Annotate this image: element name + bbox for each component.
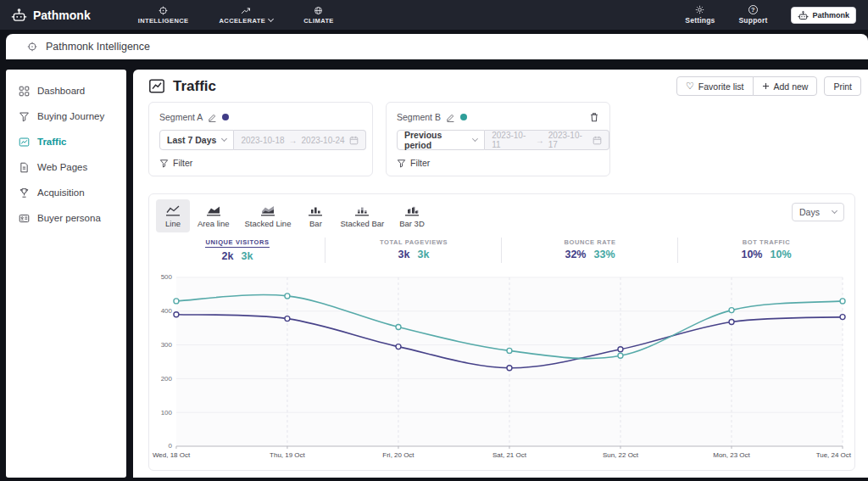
print-button[interactable]: Print	[824, 76, 861, 96]
grid-icon	[19, 86, 30, 97]
chart-area: 0100200300400500Wed, 18 OctThu, 19 OctFr…	[151, 269, 853, 468]
segment-a-period-value: Last 7 Days	[167, 135, 216, 145]
svg-text:Sun, 22 Oct: Sun, 22 Oct	[603, 451, 639, 459]
segment-a-color-dot	[222, 114, 229, 120]
granularity-select[interactable]: Days	[792, 203, 844, 221]
line-chart-icon	[19, 137, 30, 148]
segment-a-filter-button[interactable]: Filter	[159, 158, 192, 168]
metric-value-a: 3k	[398, 249, 410, 260]
sidebar-item-buyer-persona[interactable]: Buyer persona	[6, 205, 126, 231]
nav-item-accelerate[interactable]: ACCELERATE	[220, 6, 274, 25]
page-title: Traffic	[148, 78, 216, 95]
svg-text:400: 400	[161, 307, 173, 315]
metric-value-b: 3k	[242, 250, 253, 262]
main-panel: Traffic ♡ Favorite list Add new Print Se…	[133, 70, 868, 478]
tab-area-line[interactable]: Area line	[190, 199, 237, 232]
segment-a-period-select[interactable]: Last 7 Days	[159, 130, 234, 150]
svg-text:Sat, 21 Oct: Sat, 21 Oct	[492, 451, 527, 459]
metric-value-a: 10%	[741, 249, 762, 260]
granularity-value: Days	[799, 207, 820, 217]
funnel-icon	[159, 159, 169, 168]
tab-stacked-bar[interactable]: Stacked Bar	[332, 199, 392, 232]
robot-logo-icon	[11, 8, 27, 22]
metric-total-pageviews[interactable]: TOTAL PAGEVIEWS 3k3k	[326, 237, 502, 264]
tab-bar-3d[interactable]: Bar 3D	[392, 199, 432, 232]
pencil-icon[interactable]	[446, 113, 455, 122]
sidebar-item-label: Web Pages	[37, 162, 87, 172]
settings-button[interactable]: Settings	[685, 5, 715, 25]
favorite-list-button[interactable]: ♡ Favorite list	[676, 76, 754, 96]
tab-bar[interactable]: Bar	[298, 199, 332, 232]
segment-b-filter-button[interactable]: Filter	[397, 158, 430, 168]
add-new-button[interactable]: Add new	[753, 76, 818, 96]
sidebar-item-traffic[interactable]: Traffic	[6, 129, 126, 154]
add-new-label: Add new	[774, 81, 809, 92]
page-title-text: Traffic	[173, 78, 216, 95]
nav-label: CLIMATE	[303, 17, 334, 25]
tab-label: Stacked Line	[245, 219, 292, 228]
filter-label: Filter	[410, 158, 430, 168]
bar-chart-tab-icon	[309, 205, 322, 216]
sidebar-item-label: Dashboard	[37, 86, 85, 96]
question-icon: ?	[748, 5, 758, 14]
primary-nav: INTELLIGENCE ACCELERATE CLIMATE	[138, 6, 334, 25]
brand-logo[interactable]: Pathmonk	[11, 8, 91, 22]
sidebar-item-label: Acquisition	[37, 187, 85, 198]
metric-label: TOTAL PAGEVIEWS	[380, 238, 448, 246]
header-buttons: ♡ Favorite list Add new Print	[676, 76, 861, 96]
print-label: Print	[833, 81, 852, 92]
account-button[interactable]: Pathmonk	[791, 7, 856, 24]
accelerate-icon	[241, 6, 251, 15]
pencil-icon[interactable]	[208, 113, 217, 122]
tab-label: Stacked Bar	[340, 219, 384, 228]
metric-label: BOT TRAFFIC	[743, 238, 791, 246]
sidebar-item-acquisition[interactable]: Acquisition	[6, 180, 126, 205]
date-end: 2023-10-17	[548, 131, 588, 149]
metric-bot-traffic[interactable]: BOT TRAFFIC 10%10%	[678, 237, 854, 264]
nav-item-intelligence[interactable]: INTELLIGENCE	[138, 6, 189, 25]
support-button[interactable]: ? Support	[739, 5, 768, 25]
segment-b-controls: Previous period 2023-10-11 → 2023-10-17	[397, 130, 609, 150]
tab-label: Bar	[309, 219, 322, 228]
segment-a-name: Segment A	[159, 112, 203, 122]
sidebar-item-dashboard[interactable]: Dashboard	[6, 78, 126, 103]
nav-label: Settings	[685, 16, 715, 25]
trash-icon[interactable]	[589, 112, 599, 122]
chart-card: Line Area line Stacked Line Bar	[148, 193, 855, 471]
tab-label: Line	[165, 219, 181, 228]
sidebar-item-label: Buying Journey	[37, 111, 104, 121]
trophy-icon	[19, 187, 30, 199]
segment-b-name: Segment B	[397, 112, 441, 122]
gear-icon	[695, 5, 704, 14]
metric-value-b: 10%	[771, 249, 792, 260]
navbar-right: Settings ? Support Pathmonk	[685, 5, 856, 25]
segment-b-period-select[interactable]: Previous period	[397, 130, 485, 150]
sidebar-item-buying-journey[interactable]: Buying Journey	[6, 103, 126, 129]
bar-3d-tab-icon	[405, 205, 419, 216]
segment-b-date-range[interactable]: 2023-10-11 → 2023-10-17	[485, 130, 609, 150]
robot-icon	[798, 10, 809, 20]
date-start: 2023-10-11	[492, 131, 531, 149]
metric-unique-visitors[interactable]: UNIQUE VISITORS 2k3k	[149, 237, 326, 264]
metric-bounce-rate[interactable]: BOUNCE RATE 32%33%	[502, 237, 678, 264]
segment-b-header: Segment B	[397, 112, 599, 122]
metric-label: UNIQUE VISITORS	[205, 238, 269, 248]
calendar-icon	[593, 136, 602, 145]
metric-value-a: 32%	[565, 249, 586, 260]
nav-label: Support	[739, 16, 768, 25]
nav-label: ACCELERATE	[220, 17, 266, 25]
traffic-chart[interactable]: 0100200300400500Wed, 18 OctThu, 19 OctFr…	[151, 269, 853, 468]
segment-a-card: Segment A Last 7 Days 2023-10-18 → 2023-…	[148, 102, 373, 176]
line-chart-tab-icon	[166, 205, 180, 216]
filter-label: Filter	[173, 158, 192, 168]
segment-a-date-range[interactable]: 2023-10-18 → 2023-10-24	[234, 130, 365, 150]
nav-item-climate[interactable]: CLIMATE	[303, 6, 334, 25]
tab-line[interactable]: Line	[156, 199, 190, 232]
sidebar-item-web-pages[interactable]: Web Pages	[6, 154, 126, 180]
arrow-right-icon: →	[289, 136, 298, 145]
brand-name: Pathmonk	[33, 8, 91, 22]
intelligence-icon	[159, 6, 168, 15]
chart-type-tabs: Line Area line Stacked Line Bar	[156, 199, 432, 232]
date-start: 2023-10-18	[241, 136, 284, 145]
tab-stacked-line[interactable]: Stacked Line	[237, 199, 299, 232]
